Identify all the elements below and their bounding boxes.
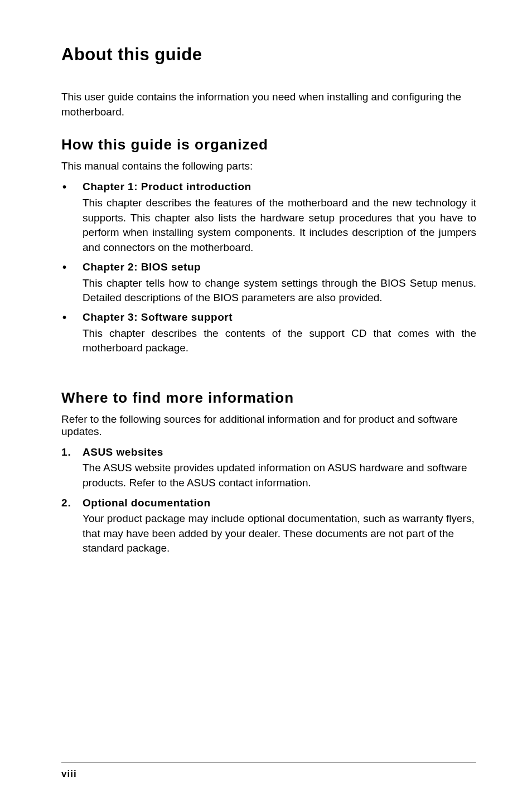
chapter-title: Chapter 2: BIOS setup	[83, 261, 476, 273]
list-item: Chapter 2: BIOS setup This chapter tells…	[61, 261, 476, 306]
section-organized-intro: This manual contains the following parts…	[61, 160, 476, 172]
item-body: The ASUS website provides updated inform…	[83, 461, 476, 490]
list-item: 2. Optional documentation Your product p…	[61, 497, 476, 556]
chapter-body: This chapter tells how to change system …	[83, 276, 476, 306]
item-title: Optional documentation	[83, 497, 476, 509]
page-title: About this guide	[61, 45, 476, 65]
item-title: ASUS websites	[83, 446, 476, 458]
section-moreinfo-heading: Where to find more information	[61, 389, 476, 407]
chapter-body: This chapter describes the features of t…	[83, 196, 476, 255]
page-number: viii	[61, 769, 476, 780]
moreinfo-list: 1. ASUS websites The ASUS website provid…	[61, 446, 476, 556]
chapter-title: Chapter 3: Software support	[83, 311, 476, 323]
list-item: Chapter 3: Software support This chapter…	[61, 311, 476, 356]
chapter-body: This chapter describes the contents of t…	[83, 326, 476, 356]
item-body: Your product package may include optiona…	[83, 511, 476, 556]
page-footer: viii	[61, 762, 476, 780]
section-moreinfo-intro: Refer to the following sources for addit…	[61, 413, 476, 438]
item-number: 1.	[61, 446, 71, 458]
intro-paragraph: This user guide contains the information…	[61, 90, 476, 119]
list-item: 1. ASUS websites The ASUS website provid…	[61, 446, 476, 490]
section-organized-heading: How this guide is organized	[61, 136, 476, 153]
item-number: 2.	[61, 497, 71, 509]
chapter-title: Chapter 1: Product introduction	[83, 181, 476, 193]
list-item: Chapter 1: Product introduction This cha…	[61, 181, 476, 255]
chapters-list: Chapter 1: Product introduction This cha…	[61, 181, 476, 356]
footer-divider	[61, 762, 476, 763]
